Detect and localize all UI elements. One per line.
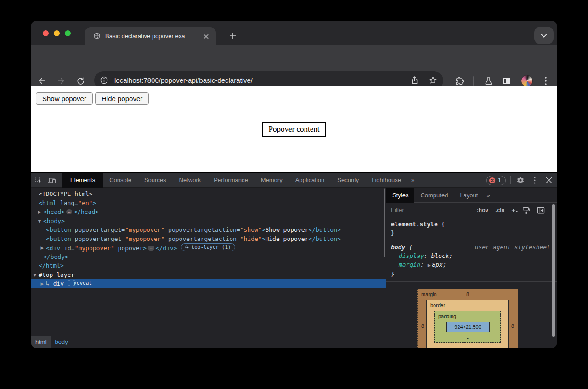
rendering-emulation-icon[interactable]	[522, 207, 530, 214]
top-layer-badge[interactable]: top-layer (1)	[181, 243, 235, 251]
browser-tab[interactable]: Basic declarative popover exa	[85, 27, 216, 45]
dom-tree-row[interactable]: <html lang="en">	[31, 199, 386, 208]
desktop-background: Basic declarative popover exa	[0, 0, 588, 389]
tab-close-icon[interactable]	[202, 32, 210, 40]
margin-right-value[interactable]: 8	[510, 323, 515, 329]
experiments-flask-icon[interactable]	[483, 75, 494, 86]
code-segment: Hide popover	[265, 235, 308, 242]
collapsed-children-ellipsis[interactable]: …	[148, 246, 154, 251]
devtools-tab-bar: ElementsConsoleSourcesNetworkPerformance…	[62, 173, 418, 188]
console-error-badge[interactable]: 1	[486, 176, 506, 185]
sidebar-tab-computed[interactable]: Computed	[414, 188, 454, 203]
url-text: localhost:7800/popover-api/basic-declara…	[114, 76, 253, 85]
tab-overflow-chevron-button[interactable]	[534, 27, 554, 44]
browser-menu-dots-icon[interactable]	[540, 75, 551, 86]
code-segment: div	[53, 280, 64, 287]
box-model-border[interactable]: border - padding - 924×21.500	[426, 300, 509, 348]
padding-top-value[interactable]: -	[435, 314, 500, 319]
margin-top-value[interactable]: 8	[418, 292, 518, 297]
new-tab-button[interactable]	[226, 29, 240, 43]
forward-button[interactable]	[56, 75, 67, 86]
dom-tree-row[interactable]: ▶↳ divreveal	[31, 279, 386, 288]
devtools-tab-sources[interactable]: Sources	[138, 173, 173, 188]
box-model-margin[interactable]: margin 8 8 - - - - 8 border - padding	[417, 289, 518, 348]
collapsed-arrow-icon[interactable]: ▶	[37, 208, 42, 217]
css-rules-list: element.style {}body {user agent stylesh…	[386, 217, 557, 282]
styles-tab-bar: StylesComputedLayout»	[386, 188, 557, 203]
css-segment: :	[420, 261, 428, 268]
css-rule-section[interactable]: element.style {}	[386, 217, 557, 240]
elements-scrollbar[interactable]	[384, 188, 385, 257]
dom-tree-row[interactable]: </html>	[31, 261, 386, 270]
globe-favicon-icon	[93, 32, 101, 40]
devtools-right-separator	[510, 176, 511, 184]
margin-left-value[interactable]: 8	[420, 323, 425, 329]
expanded-arrow-icon[interactable]: ▼	[37, 217, 42, 226]
share-icon[interactable]	[410, 76, 419, 85]
minimize-window-button[interactable]	[54, 30, 60, 36]
side-panel-icon[interactable]	[501, 75, 512, 86]
extensions-puzzle-icon[interactable]	[454, 75, 465, 86]
dom-tree-row[interactable]: ▼<body>	[31, 217, 386, 226]
box-model-content[interactable]: 924×21.500	[446, 322, 490, 332]
devtools-tab-application[interactable]: Application	[289, 173, 331, 188]
bookmark-star-icon[interactable]	[429, 76, 437, 85]
close-window-button[interactable]	[43, 30, 49, 36]
devtools-tab-console[interactable]: Console	[103, 173, 138, 188]
dom-tree-row[interactable]: <!DOCTYPE html>	[31, 189, 386, 199]
css-segment: ▶	[428, 263, 432, 268]
devtools-tab-elements[interactable]: Elements	[62, 173, 103, 188]
code-segment: >	[92, 200, 96, 206]
site-info-icon[interactable]	[100, 76, 108, 85]
toggle-hover-state-button[interactable]: :hov	[477, 207, 488, 213]
zoom-window-button[interactable]	[65, 30, 71, 36]
dom-tree-row[interactable]: <button popovertarget="mypopover" popove…	[31, 225, 386, 235]
devtools-settings-gear-icon[interactable]	[515, 175, 526, 185]
back-button[interactable]	[36, 75, 47, 86]
new-style-rule-button[interactable]: +	[511, 206, 515, 214]
code-segment: "en"	[78, 200, 92, 206]
collapsed-arrow-icon[interactable]: ▶	[40, 280, 45, 289]
dom-tree-row[interactable]: <button popovertarget="mypopover" popove…	[31, 235, 386, 244]
dock-sidebar-icon[interactable]	[537, 207, 545, 214]
css-line: display: block;	[386, 252, 557, 260]
devtools-tab-security[interactable]: Security	[331, 173, 365, 188]
border-top-value[interactable]: -	[427, 303, 508, 308]
devtools-more-tabs-chevron[interactable]: »	[407, 177, 418, 183]
device-toolbar-icon[interactable]	[45, 173, 59, 188]
inspect-element-icon[interactable]	[31, 173, 45, 188]
devtools-tab-lighthouse[interactable]: Lighthouse	[365, 173, 407, 188]
dom-tree-row[interactable]: ▶<div id="mypopover" popover>…</div>top-…	[31, 243, 386, 252]
css-segment: display	[399, 252, 424, 259]
code-segment: <button	[46, 226, 71, 233]
devtools-close-icon[interactable]	[544, 175, 554, 185]
styles-filter-input[interactable]: Filter	[391, 206, 404, 213]
css-line: body {user agent stylesheet	[386, 243, 557, 252]
collapsed-children-ellipsis[interactable]: …	[66, 209, 72, 214]
expanded-arrow-icon[interactable]: ▼	[32, 271, 38, 280]
reload-button[interactable]	[75, 75, 86, 86]
devtools-menu-dots-icon[interactable]	[530, 175, 540, 185]
css-rule-section[interactable]: body {user agent stylesheetdisplay: bloc…	[386, 240, 557, 282]
devtools-tab-performance[interactable]: Performance	[207, 173, 254, 188]
devtools-tab-network[interactable]: Network	[173, 173, 208, 188]
breadcrumb-body[interactable]: body	[51, 336, 72, 348]
reveal-badge[interactable]: reveal	[68, 280, 76, 286]
dom-tree-row[interactable]: </body>	[31, 252, 386, 262]
collapsed-arrow-icon[interactable]: ▶	[40, 244, 45, 253]
show-popover-button[interactable]: Show popover	[36, 92, 93, 105]
dom-tree-row[interactable]: ▶<head>…</head>	[31, 207, 386, 217]
profile-avatar[interactable]	[521, 75, 533, 87]
dom-tree-row[interactable]: ▼#top-layer	[31, 270, 386, 280]
breadcrumb-html[interactable]: html	[31, 336, 51, 348]
sidebar-more-tabs-chevron[interactable]: »	[484, 192, 492, 199]
code-segment: <body>	[43, 217, 65, 224]
code-segment: popovertarget=	[71, 226, 125, 233]
sidebar-tab-layout[interactable]: Layout	[454, 188, 484, 203]
hide-popover-button[interactable]: Hide popover	[95, 92, 149, 105]
devtools-tab-memory[interactable]: Memory	[254, 173, 289, 188]
sidebar-tab-styles[interactable]: Styles	[386, 188, 414, 203]
styles-scrollbar[interactable]	[552, 204, 555, 337]
padding-bottom-value[interactable]: -	[418, 335, 518, 341]
toggle-class-button[interactable]: .cls	[495, 207, 504, 213]
